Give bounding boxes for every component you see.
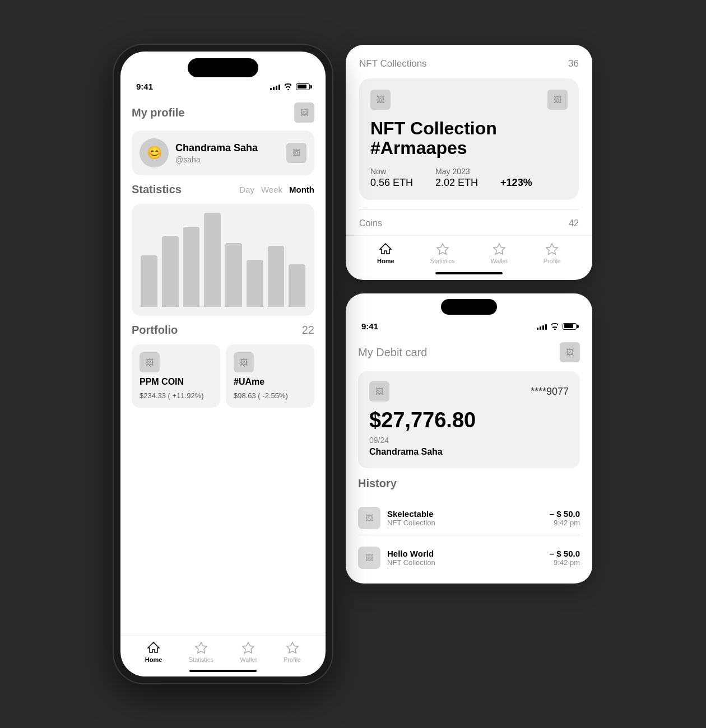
portfolio-title: Portfolio bbox=[132, 324, 178, 337]
history-amount-col-1: – $ 50.0 9:42 pm bbox=[550, 509, 580, 527]
bottom-nav: Home Statistics Wallet bbox=[120, 635, 326, 666]
chart-bar-8 bbox=[289, 264, 305, 307]
nft-nav-statistics-label: Statistics bbox=[430, 258, 455, 264]
chart-bar-2 bbox=[162, 236, 179, 307]
signal-icon bbox=[270, 83, 280, 90]
chart-bar-3 bbox=[183, 227, 200, 307]
nft-panel-count: 36 bbox=[568, 58, 579, 69]
nft-price-row: Now 0.56 ETH May 2023 2.02 ETH +123% bbox=[370, 167, 568, 189]
portfolio-item-1[interactable]: 🖼 PPM COIN $234.33 ( +11.92%) bbox=[132, 344, 220, 408]
portfolio-item-2[interactable]: 🖼 #UAme $98.63 ( -2.55%) bbox=[226, 344, 314, 408]
nft-collection-name: NFT Collection#Armaapes bbox=[370, 119, 568, 158]
phone-screen: 9:41 bbox=[120, 52, 326, 676]
price-change: +123% bbox=[500, 177, 532, 189]
history-type-2: NFT Collection bbox=[387, 558, 543, 567]
profile-card-img: 🖼 bbox=[286, 143, 306, 163]
history-name-2: Hello World bbox=[387, 549, 543, 558]
price-col-now: Now 0.56 ETH bbox=[370, 167, 413, 189]
history-list: 🖼 Skelectable NFT Collection – $ 50.0 9:… bbox=[358, 501, 580, 575]
debit-status-time: 9:41 bbox=[361, 321, 378, 331]
debit-dynamic-island bbox=[441, 299, 497, 315]
profile-header-img: 🖼 bbox=[294, 102, 314, 123]
debit-status-bar: 9:41 bbox=[346, 315, 592, 333]
chart-bar-1 bbox=[141, 255, 157, 307]
status-icons bbox=[270, 83, 310, 90]
nav-profile-label: Profile bbox=[284, 656, 301, 663]
profile-card[interactable]: 😊 Chandrama Saha @saha 🖼 bbox=[132, 130, 314, 175]
stats-header: Statistics Day Week Month bbox=[132, 183, 314, 196]
nav-wallet-label: Wallet bbox=[240, 656, 257, 663]
filter-day-btn[interactable]: Day bbox=[239, 185, 254, 194]
price-col-may: May 2023 2.02 ETH bbox=[435, 167, 478, 189]
portfolio-value-1: $234.33 ( +11.92%) bbox=[140, 391, 212, 400]
portfolio-name-2: #UAme bbox=[234, 377, 306, 387]
history-item-1[interactable]: 🖼 Skelectable NFT Collection – $ 50.0 9:… bbox=[358, 501, 580, 535]
debit-card-area[interactable]: 🖼 ****9077 $27,776.80 09/24 Chandrama Sa… bbox=[358, 371, 580, 468]
nav-wallet[interactable]: Wallet bbox=[240, 641, 257, 663]
profile-section-title: My profile bbox=[132, 106, 184, 119]
portfolio-header: Portfolio 22 bbox=[132, 324, 314, 337]
nft-card-header: 🖼 🖼 bbox=[370, 90, 568, 110]
card-holder: Chandrama Saha bbox=[369, 447, 569, 457]
debit-title: My Debit card bbox=[358, 346, 427, 359]
filter-week-btn[interactable]: Week bbox=[261, 185, 282, 194]
nft-nav-wallet-label: Wallet bbox=[491, 258, 508, 264]
profile-header: My profile 🖼 bbox=[132, 102, 314, 123]
filter-month-btn[interactable]: Month bbox=[289, 185, 314, 194]
price-now-label: Now bbox=[370, 167, 413, 176]
nav-statistics[interactable]: Statistics bbox=[189, 641, 213, 663]
card-img: 🖼 bbox=[369, 381, 389, 402]
coins-row: Coins 42 bbox=[359, 209, 579, 235]
card-balance: $27,776.80 bbox=[369, 408, 569, 432]
portfolio-name-1: PPM COIN bbox=[140, 377, 212, 387]
card-number: ****9077 bbox=[531, 386, 569, 398]
portfolio-value-2: $98.63 ( -2.55%) bbox=[234, 391, 306, 400]
nav-profile[interactable]: Profile bbox=[284, 641, 301, 663]
app-layout: 9:41 bbox=[114, 45, 592, 683]
debit-battery-icon bbox=[563, 323, 577, 330]
nft-img-right: 🖼 bbox=[547, 90, 568, 110]
nft-panel-header: NFT Collections 36 bbox=[359, 58, 579, 69]
history-img-1: 🖼 bbox=[358, 507, 380, 529]
history-item-2[interactable]: 🖼 Hello World NFT Collection – $ 50.0 9:… bbox=[358, 541, 580, 575]
profile-handle: @saha bbox=[175, 155, 258, 164]
history-amount-col-2: – $ 50.0 9:42 pm bbox=[550, 549, 580, 567]
debit-panel: 9:41 bbox=[346, 293, 592, 584]
debit-screen-content: My Debit card 🖼 🖼 ****9077 $27,776.80 09… bbox=[346, 333, 592, 584]
debit-signal-icon bbox=[537, 323, 547, 330]
battery-icon bbox=[296, 83, 310, 90]
nft-nav-wallet[interactable]: Wallet bbox=[491, 242, 508, 264]
nft-panel-nav: Home Statistics Wallet bbox=[346, 235, 592, 268]
avatar: 😊 bbox=[140, 138, 169, 167]
home-indicator bbox=[189, 670, 257, 672]
profile-name: Chandrama Saha bbox=[175, 142, 258, 154]
nft-nav-statistics[interactable]: Statistics bbox=[430, 242, 455, 264]
nft-nav-profile-label: Profile bbox=[544, 258, 561, 264]
portfolio-grid: 🖼 PPM COIN $234.33 ( +11.92%) 🖼 #UAme $9… bbox=[132, 344, 314, 408]
nav-home[interactable]: Home bbox=[145, 641, 162, 663]
history-time-1: 9:42 pm bbox=[550, 519, 580, 527]
nft-nav-home-label: Home bbox=[377, 258, 394, 264]
wifi-icon bbox=[284, 83, 292, 90]
coins-count: 42 bbox=[569, 218, 579, 228]
history-title: History bbox=[358, 477, 580, 490]
history-name-1: Skelectable bbox=[387, 509, 543, 519]
dynamic-island bbox=[188, 58, 258, 77]
card-top: 🖼 ****9077 bbox=[369, 381, 569, 402]
debit-wifi-icon bbox=[550, 323, 559, 330]
nft-panel-title: NFT Collections bbox=[359, 58, 427, 69]
history-info-2: Hello World NFT Collection bbox=[387, 549, 543, 567]
debit-header: My Debit card 🖼 bbox=[358, 342, 580, 362]
history-info-1: Skelectable NFT Collection bbox=[387, 509, 543, 527]
history-type-1: NFT Collection bbox=[387, 519, 543, 527]
nft-card[interactable]: 🖼 🖼 NFT Collection#Armaapes Now 0.56 ETH… bbox=[359, 78, 579, 200]
history-img-2: 🖼 bbox=[358, 547, 380, 569]
portfolio-count: 22 bbox=[302, 324, 314, 337]
nft-panel-content: NFT Collections 36 🖼 🖼 NFT Collection#Ar… bbox=[346, 45, 592, 235]
nft-nav-profile[interactable]: Profile bbox=[544, 242, 561, 264]
screen-content: My profile 🖼 😊 Chandrama Saha @saha 🖼 bbox=[120, 94, 326, 635]
status-bar: 9:41 bbox=[120, 77, 326, 94]
nft-nav-home[interactable]: Home bbox=[377, 242, 394, 264]
nft-panel: NFT Collections 36 🖼 🖼 NFT Collection#Ar… bbox=[346, 45, 592, 280]
chart-bar-4 bbox=[204, 213, 221, 307]
